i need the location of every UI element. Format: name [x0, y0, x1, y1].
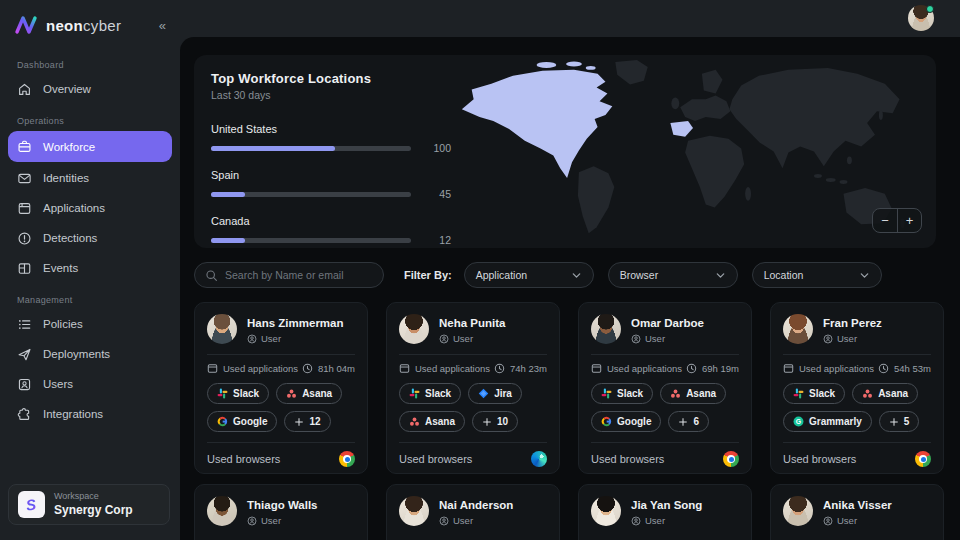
avatar: [399, 314, 429, 344]
user-name: Hans Zimmerman: [247, 314, 344, 329]
used-browsers-label: Used browsers: [591, 453, 664, 465]
workspace-switcher[interactable]: S Workspace Synergy Corp: [8, 484, 170, 525]
user-name: Jia Yan Song: [631, 496, 702, 511]
user-card[interactable]: Hans Zimmerman User Used applications 81…: [194, 302, 368, 474]
brand-name: neoncyber: [46, 17, 149, 34]
user-name: Omar Darboe: [631, 314, 704, 329]
app-chip-asana[interactable]: Asana: [399, 411, 465, 432]
app-window-icon: [17, 201, 32, 216]
app-chip-asana[interactable]: Asana: [852, 383, 918, 404]
search-input[interactable]: [225, 269, 373, 281]
avatar: [908, 5, 934, 31]
world-map[interactable]: − +: [452, 57, 934, 246]
app-chip-google[interactable]: Google: [591, 411, 661, 432]
user-menu-avatar[interactable]: [908, 5, 934, 31]
user-role: User: [645, 515, 665, 526]
sidebar-item-integrations[interactable]: Integrations: [8, 400, 172, 428]
zoom-out-button[interactable]: −: [873, 209, 897, 232]
sidebar-item-applications[interactable]: Applications: [8, 194, 172, 222]
user-circle-icon: [247, 334, 257, 344]
sidebar-item-label: Workforce: [43, 141, 95, 153]
bar-row: Spain 45: [211, 169, 467, 200]
more-apps-chip[interactable]: 12: [284, 411, 330, 432]
app-chip-slack[interactable]: Slack: [591, 383, 653, 404]
slack-icon: [601, 388, 612, 399]
user-card[interactable]: Omar Darboe User Used applications 69h 1…: [578, 302, 752, 474]
locations-bar-chart: United States 100 Spain 45 Canada: [211, 123, 467, 248]
sidebar-item-detections[interactable]: Detections: [8, 224, 172, 252]
user-card[interactable]: Thiago Walls User: [194, 484, 368, 540]
map-region-africa: [685, 136, 744, 208]
user-circle-icon: [823, 516, 833, 526]
usage-time: 74h 23m: [510, 363, 547, 374]
id-card-icon: [17, 377, 32, 392]
card-subtitle: Last 30 days: [211, 89, 271, 101]
more-apps-chip[interactable]: 6: [668, 411, 709, 432]
avatar: [207, 496, 237, 526]
bar-label: Spain: [211, 169, 467, 181]
window-icon: [591, 363, 602, 374]
bar-fill: [211, 238, 245, 243]
app-chip-asana[interactable]: Asana: [276, 383, 342, 404]
user-circle-icon: [631, 334, 641, 344]
app-chip-slack[interactable]: Slack: [783, 383, 845, 404]
map-region-north-america: [462, 70, 613, 178]
app-chip-slack[interactable]: Slack: [207, 383, 269, 404]
sidebar-item-overview[interactable]: Overview: [8, 75, 172, 103]
plus-icon: [889, 417, 899, 427]
user-name: Neha Punita: [439, 314, 505, 329]
app-chip-jira[interactable]: Jira: [468, 383, 522, 404]
bar-value: 100: [421, 142, 451, 154]
user-card[interactable]: Nai Anderson User: [386, 484, 560, 540]
briefcase-icon: [17, 139, 32, 154]
sidebar-item-deployments[interactable]: Deployments: [8, 340, 172, 368]
app-chip-google[interactable]: Google: [207, 411, 277, 432]
asana-icon: [862, 388, 873, 399]
user-role: User: [837, 333, 857, 344]
user-card[interactable]: Fran Perez User Used applications 54h 53…: [770, 302, 944, 474]
main-content: Top Workforce Locations Last 30 days Uni…: [180, 37, 960, 540]
user-name: Anika Visser: [823, 496, 892, 511]
app-chip-slack[interactable]: Slack: [399, 383, 461, 404]
used-applications-label: Used applications: [223, 363, 298, 374]
sidebar-item-identities[interactable]: Identities: [8, 164, 172, 192]
app-chip-grammarly[interactable]: GGrammarly: [783, 411, 872, 432]
bar-fill: [211, 146, 335, 151]
filter-dropdown-application[interactable]: Application: [464, 262, 594, 288]
bar-value: 12: [421, 234, 451, 246]
dropdown-value: Application: [476, 269, 527, 281]
user-role: User: [453, 515, 473, 526]
collapse-sidebar-icon[interactable]: «: [157, 18, 168, 33]
zoom-in-button[interactable]: +: [897, 209, 921, 232]
user-name: Fran Perez: [823, 314, 882, 329]
user-card[interactable]: Jia Yan Song User: [578, 484, 752, 540]
edge-icon: [531, 451, 547, 467]
sidebar-item-workforce[interactable]: Workforce: [8, 131, 172, 162]
app-chip-asana[interactable]: Asana: [660, 383, 726, 404]
filter-dropdown-location[interactable]: Location: [752, 262, 882, 288]
search-icon: [205, 269, 218, 282]
asana-icon: [670, 388, 681, 399]
sidebar-item-users[interactable]: Users: [8, 370, 172, 398]
sidebar-item-label: Overview: [43, 83, 91, 95]
slack-icon: [409, 388, 420, 399]
more-apps-chip[interactable]: 5: [879, 411, 920, 432]
section-label-dashboard: Dashboard: [17, 60, 180, 70]
map-region-south-america: [578, 166, 614, 233]
user-cards-grid: Hans Zimmerman User Used applications 81…: [194, 302, 960, 540]
app-window: neoncyber « Dashboard Overview Operation…: [0, 0, 960, 540]
bar-value: 45: [421, 188, 451, 200]
sidebar-item-events[interactable]: Events: [8, 254, 172, 282]
user-card[interactable]: Anika Visser User: [770, 484, 944, 540]
avatar: [399, 496, 429, 526]
asana-icon: [409, 416, 420, 427]
more-apps-chip[interactable]: 10: [472, 411, 518, 432]
filter-dropdown-browser[interactable]: Browser: [608, 262, 738, 288]
clock-icon: [494, 363, 505, 374]
sidebar-item-policies[interactable]: Policies: [8, 310, 172, 338]
search-input-wrap[interactable]: [194, 262, 384, 288]
kanban-icon: [17, 261, 32, 276]
user-card[interactable]: Neha Punita User Used applications 74h 2…: [386, 302, 560, 474]
user-circle-icon: [823, 334, 833, 344]
list-icon: [17, 317, 32, 332]
